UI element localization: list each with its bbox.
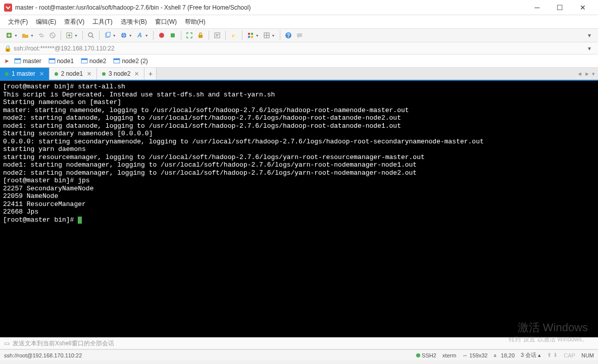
svg-rect-23 xyxy=(81,59,87,60)
svg-text:?: ? xyxy=(286,33,289,38)
tab-bar: 1 master ✕ 2 node1 ✕ 3 node2 ✕ + ◄ ► ▾ xyxy=(0,68,598,81)
menu-edit[interactable]: 编辑(E) xyxy=(32,16,60,28)
play-icon[interactable] xyxy=(168,30,178,40)
svg-rect-19 xyxy=(15,59,21,60)
address-bar: 🔒 ssh://root:******@192.168.170.110:22 ▾ xyxy=(0,42,598,55)
menu-help[interactable]: 帮助(H) xyxy=(181,16,210,28)
session-item-node2-2[interactable]: node2 (2) xyxy=(111,57,150,66)
open-folder-icon[interactable] xyxy=(20,30,30,40)
menu-tools[interactable]: 工具(T) xyxy=(88,16,116,28)
globe-icon[interactable] xyxy=(119,30,129,40)
session-label: node1 xyxy=(57,58,74,65)
record-icon[interactable] xyxy=(157,30,167,40)
status-dot-icon xyxy=(5,72,9,76)
status-connection: ssh://root@192.168.170.110:22 xyxy=(4,352,416,358)
svg-rect-25 xyxy=(114,59,120,60)
link-icon[interactable] xyxy=(36,30,46,40)
session-icon xyxy=(81,58,88,65)
title-bar: master - root@master:/usr/local/soft/had… xyxy=(0,0,598,15)
dropdown-icon[interactable]: ▼ xyxy=(145,34,148,37)
status-ssh: SSH2 xyxy=(416,352,436,358)
lock-icon[interactable] xyxy=(195,30,206,40)
script-icon[interactable] xyxy=(212,30,222,40)
session-arrow-icon[interactable]: ➤ xyxy=(4,58,9,65)
ssh-dot-icon xyxy=(416,353,420,357)
tab-node1[interactable]: 2 node1 ✕ xyxy=(49,68,97,80)
status-dot-icon xyxy=(102,72,106,76)
toolbar-expand-icon[interactable]: ▾ xyxy=(585,32,594,39)
help-icon[interactable]: ? xyxy=(283,30,293,40)
disconnect-icon[interactable] xyxy=(47,30,58,40)
search-icon[interactable] xyxy=(86,30,96,40)
session-item-node1[interactable]: node1 xyxy=(46,57,76,66)
tab-add-button[interactable]: + xyxy=(144,68,157,80)
dropdown-icon[interactable]: ▼ xyxy=(30,34,34,37)
address-text[interactable]: ssh://root:******@192.168.170.110:22 xyxy=(14,45,585,52)
dropdown-icon[interactable]: ▼ xyxy=(113,34,116,37)
tab-master[interactable]: 1 master ✕ xyxy=(0,68,49,80)
svg-rect-21 xyxy=(49,59,55,60)
tab-list-icon[interactable]: ▾ xyxy=(592,71,595,77)
palette-icon[interactable] xyxy=(245,30,256,40)
font-icon[interactable]: A xyxy=(135,30,145,40)
fullscreen-icon[interactable] xyxy=(184,30,194,40)
svg-rect-13 xyxy=(248,36,250,38)
session-item-master[interactable]: master xyxy=(12,57,43,66)
session-item-node2[interactable]: node2 xyxy=(79,57,108,66)
terminal[interactable]: [root@master bin]# start-all.sh This scr… xyxy=(0,81,598,337)
status-dot-icon xyxy=(55,72,58,76)
new-session-icon[interactable] xyxy=(4,30,14,40)
close-button[interactable]: ✕ xyxy=(571,1,594,15)
status-pos: a 18,20 xyxy=(493,352,515,358)
tab-label: 3 node2 xyxy=(109,70,130,77)
session-label: node2 (2) xyxy=(122,58,147,65)
status-bar: ssh://root@192.168.170.110:22 SSH2 xterm… xyxy=(0,349,598,360)
dropdown-icon[interactable]: ▼ xyxy=(256,34,259,37)
svg-rect-14 xyxy=(251,36,253,38)
status-transfer: ⬆ ⬇ xyxy=(547,352,558,358)
menu-view[interactable]: 查看(V) xyxy=(60,16,88,28)
tab-close-icon[interactable]: ✕ xyxy=(87,71,91,77)
svg-rect-9 xyxy=(198,35,203,38)
session-icon xyxy=(113,58,120,65)
dropdown-icon[interactable]: ▼ xyxy=(129,34,132,37)
status-num: NUM xyxy=(581,352,594,358)
tab-prev-icon[interactable]: ◄ xyxy=(577,71,582,77)
tab-next-icon[interactable]: ► xyxy=(584,71,590,77)
svg-rect-5 xyxy=(107,32,110,36)
chat-icon[interactable] xyxy=(294,30,305,40)
tab-close-icon[interactable]: ✕ xyxy=(134,71,139,77)
status-sessions[interactable]: 3 会话 ▴ xyxy=(521,351,541,359)
session-icon xyxy=(14,58,21,65)
menu-file[interactable]: 文件(F) xyxy=(4,16,32,28)
layout-icon[interactable] xyxy=(262,30,272,40)
address-expand-icon[interactable]: ▾ xyxy=(585,45,594,52)
tab-node2[interactable]: 3 node2 ✕ xyxy=(97,68,144,80)
broadcast-input-bar[interactable]: ▭ 发送文本到当前Xshell窗口的全部会话 xyxy=(0,337,598,349)
menu-bar: 文件(F) 编辑(E) 查看(V) 工具(T) 选项卡(B) 窗口(W) 帮助(… xyxy=(0,15,598,28)
dropdown-icon[interactable]: ▼ xyxy=(272,34,275,37)
status-size: ↔ 159x32 xyxy=(462,352,487,358)
session-icon xyxy=(48,58,56,65)
menu-window[interactable]: 窗口(W) xyxy=(151,16,181,28)
svg-rect-8 xyxy=(171,33,175,37)
minimize-button[interactable]: ─ xyxy=(526,1,549,15)
tab-close-icon[interactable]: ✕ xyxy=(39,71,44,77)
dropdown-icon[interactable]: ▼ xyxy=(74,34,78,37)
session-bar: ➤ master node1 node2 node2 (2) xyxy=(0,55,598,68)
menu-tabs[interactable]: 选项卡(B) xyxy=(117,16,151,28)
session-label: node2 xyxy=(89,58,106,65)
session-label: master xyxy=(23,58,41,65)
add-icon[interactable] xyxy=(64,30,74,40)
svg-rect-11 xyxy=(248,33,250,35)
lock-icon: 🔒 xyxy=(4,45,12,52)
toolbar: ▼ ▼ ▼ ▼ ▼ A ▼ ▼ ▼ ? ▾ xyxy=(0,28,598,42)
copy-icon[interactable] xyxy=(103,30,113,40)
highlight-icon[interactable] xyxy=(229,30,239,40)
broadcast-hint: 发送文本到当前Xshell窗口的全部会话 xyxy=(13,339,114,348)
tab-label: 1 master xyxy=(12,70,35,77)
maximize-button[interactable]: ☐ xyxy=(549,1,571,15)
tab-label: 2 node1 xyxy=(61,70,83,77)
svg-point-7 xyxy=(159,33,164,38)
dropdown-icon[interactable]: ▼ xyxy=(14,34,18,37)
